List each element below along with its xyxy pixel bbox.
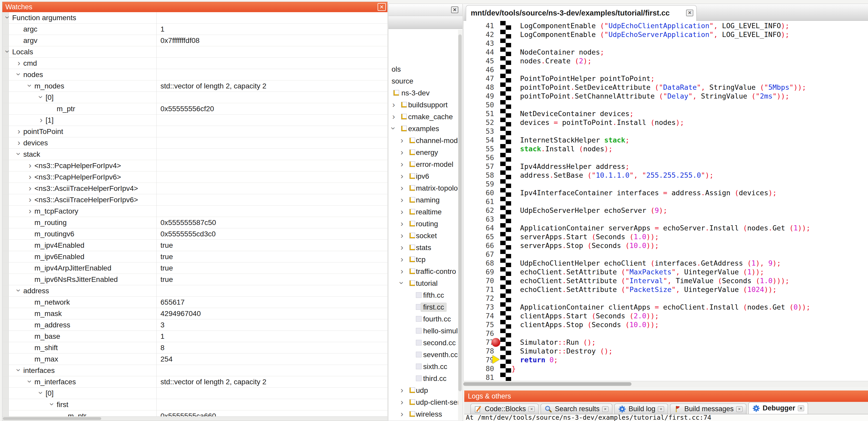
close-icon[interactable]: ✕ xyxy=(378,3,386,11)
expand-icon[interactable]: › xyxy=(399,243,405,251)
tree-item-matrix-topolo[interactable]: ›matrix-topolo xyxy=(389,182,458,194)
expand-icon[interactable]: › xyxy=(399,160,405,168)
collapse-icon[interactable]: › xyxy=(390,125,398,132)
watch-row[interactable]: ›[0] xyxy=(2,388,388,399)
tree-item-third-cc[interactable]: third.cc xyxy=(389,373,458,385)
expand-icon[interactable]: › xyxy=(27,206,33,215)
breakpoint-margin[interactable] xyxy=(500,21,511,381)
code-line[interactable]: 51 NetDeviceContainer devices; xyxy=(464,109,868,118)
code-line[interactable]: 81 xyxy=(464,373,868,381)
code-editor[interactable]: 41 LogComponentEnable ("UdpEchoClientApp… xyxy=(463,21,868,381)
code-line[interactable]: 66 serverApps.Stop (Seconds (10.0)); xyxy=(464,241,868,250)
log-tab-search-results[interactable]: Search results✕ xyxy=(540,404,612,414)
code-line[interactable]: 53 xyxy=(464,127,868,136)
tree-item-hello-simul[interactable]: hello-simul xyxy=(389,325,458,337)
code-line[interactable]: 61 xyxy=(464,197,868,206)
code-lines[interactable]: 41 LogComponentEnable ("UdpEchoClientApp… xyxy=(464,22,868,381)
code-line[interactable]: 59 xyxy=(464,180,868,189)
collapse-icon[interactable]: › xyxy=(48,401,56,408)
tree-item-examples[interactable]: ›examples xyxy=(389,123,458,135)
watch-row[interactable]: ›first xyxy=(2,399,388,411)
expand-icon[interactable]: › xyxy=(399,207,405,216)
watch-row[interactable]: m_network655617 xyxy=(2,297,388,308)
tree-item-wireless[interactable]: ›wireless xyxy=(389,408,458,420)
expand-icon[interactable]: › xyxy=(399,386,405,394)
expand-icon[interactable]: › xyxy=(16,59,22,67)
tree-item-error-model[interactable]: ›error-model xyxy=(389,159,458,170)
close-icon[interactable]: ✕ xyxy=(798,406,804,411)
expand-icon[interactable]: › xyxy=(38,116,44,124)
code-line[interactable]: 44 NodeContainer nodes; xyxy=(464,48,868,57)
tree-item-traffic-contro[interactable]: ›traffic-contro xyxy=(389,266,458,278)
expand-icon[interactable]: › xyxy=(399,184,405,192)
code-line[interactable]: 48 pointToPoint.SetDeviceAttribute ("Dat… xyxy=(464,83,868,92)
watch-row[interactable]: ›Function arguments xyxy=(2,12,388,24)
collapse-icon[interactable]: › xyxy=(15,287,23,294)
tree-item-tutorial[interactable]: ›tutorial xyxy=(389,278,458,289)
code-line[interactable]: 63 xyxy=(464,215,868,224)
code-line[interactable]: 57 Ipv4AddressHelper address; xyxy=(464,162,868,171)
tree-item-udp-client-ser[interactable]: ›udp-client-ser xyxy=(389,396,458,408)
watch-row[interactable]: m_ipv6NsRsJitterEnabledtrue xyxy=(2,274,388,285)
code-line[interactable]: 71 echoClient.SetAttribute ("PacketSize"… xyxy=(464,285,868,294)
expand-icon[interactable]: › xyxy=(16,138,22,147)
tree-item-second-cc[interactable]: second.cc xyxy=(389,337,458,349)
close-icon[interactable]: ✕ xyxy=(736,406,743,412)
expand-icon[interactable]: › xyxy=(399,410,405,418)
watch-row[interactable]: ›m_tcpFactory xyxy=(2,205,388,217)
code-line[interactable]: 49 pointToPoint.SetChannelAttribute ("De… xyxy=(464,92,868,101)
code-line[interactable]: 73 ApplicationContainer clientApps = ech… xyxy=(464,303,868,312)
tree-item-ipv6[interactable]: ›ipv6 xyxy=(389,170,458,182)
watch-row[interactable]: ›stack xyxy=(2,149,388,160)
expand-icon[interactable]: › xyxy=(390,100,397,108)
tree-item-seventh-cc[interactable]: seventh.cc xyxy=(389,349,458,361)
watch-row[interactable]: m_shift8 xyxy=(2,342,388,354)
expand-icon[interactable]: › xyxy=(16,127,22,135)
close-icon[interactable]: ✕ xyxy=(686,9,693,16)
tree-item-ns-3-dev[interactable]: ns-3-dev xyxy=(389,87,458,99)
watch-row[interactable]: ›nodes xyxy=(2,69,388,80)
watch-row[interactable]: m_ipv6Enabledtrue xyxy=(2,251,388,262)
logs-title-bar[interactable]: Logs & others xyxy=(464,390,868,402)
code-line[interactable]: 41 LogComponentEnable ("UdpEchoClientApp… xyxy=(464,22,868,30)
code-line[interactable]: 75 clientApps.Stop (Seconds (10.0)); xyxy=(464,320,868,329)
expand-icon[interactable]: › xyxy=(399,172,405,180)
collapse-icon[interactable]: › xyxy=(15,71,23,77)
code-line[interactable]: 45 nodes.Create (2); xyxy=(464,57,868,65)
expand-icon[interactable]: › xyxy=(399,231,405,239)
tree-item-tcp[interactable]: ›tcp xyxy=(389,254,458,266)
collapse-icon[interactable]: › xyxy=(4,48,12,55)
watch-row[interactable]: m_address3 xyxy=(2,319,388,331)
watch-row[interactable]: m_base1 xyxy=(2,331,388,342)
watch-row[interactable]: ›cmd xyxy=(2,58,388,69)
collapse-icon[interactable]: › xyxy=(15,151,23,157)
code-line[interactable]: 50 xyxy=(464,101,868,109)
watch-row[interactable]: m_ipv4Enabledtrue xyxy=(2,240,388,251)
tree-item-udp[interactable]: ›udp xyxy=(389,385,458,396)
code-line[interactable]: 64 ApplicationContainer serverApps = ech… xyxy=(464,224,868,232)
expand-icon[interactable]: › xyxy=(399,148,405,156)
expand-icon[interactable]: › xyxy=(399,136,405,144)
log-tab-code-blocks[interactable]: Code::Blocks✕ xyxy=(470,404,538,414)
collapse-icon[interactable]: › xyxy=(26,378,34,385)
scrollbar-thumb[interactable] xyxy=(463,382,631,386)
expand-icon[interactable]: › xyxy=(27,195,33,203)
watch-row[interactable]: ›m_interfacesstd::vector of length 2, ca… xyxy=(2,376,388,388)
close-icon[interactable]: ✕ xyxy=(451,6,458,13)
horizontal-scrollbar[interactable] xyxy=(2,416,388,421)
code-line[interactable]: 54 InternetStackHelper stack; xyxy=(464,136,868,144)
collapse-icon[interactable]: › xyxy=(4,14,12,21)
watch-row[interactable]: m_max254 xyxy=(2,354,388,365)
code-line[interactable]: 47 PointToPointHelper pointToPoint; xyxy=(464,74,868,83)
code-line[interactable]: 52 devices = pointToPoint.Install (nodes… xyxy=(464,118,868,127)
code-line[interactable]: 77 Simulator::Run (); xyxy=(464,338,868,347)
scrollbar-thumb[interactable] xyxy=(3,417,101,420)
code-line[interactable]: 76 xyxy=(464,329,868,338)
watch-row[interactable]: m_routingv60x5555555cd3c0 xyxy=(2,228,388,240)
code-line[interactable]: 60 Ipv4InterfaceContainer interfaces = a… xyxy=(464,189,868,197)
tree-item-fifth-cc[interactable]: fifth.cc xyxy=(389,289,458,301)
tree-item-channel-mod[interactable]: ›channel-mod xyxy=(389,135,458,147)
tree-item-socket[interactable]: ›socket xyxy=(389,230,458,242)
expand-icon[interactable]: › xyxy=(27,172,33,181)
watch-row[interactable]: ›interfaces xyxy=(2,365,388,376)
